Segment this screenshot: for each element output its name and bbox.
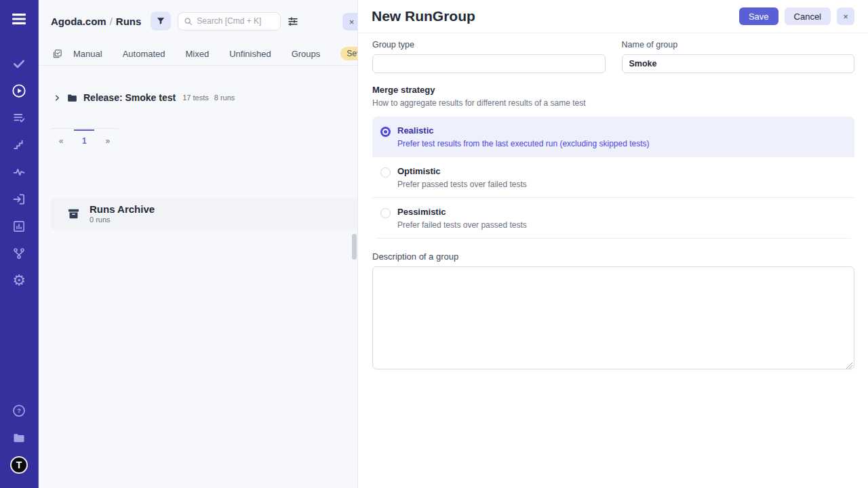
test-plans-list-check-icon[interactable] (0, 104, 39, 131)
settings-gear-icon[interactable]: ⚙ (0, 267, 39, 294)
runs-filter-tabs: Manual Automated Mixed Unfinished Groups… (39, 42, 357, 66)
merge-strategy-hint: How to aggregate results for different r… (372, 98, 854, 108)
radio-pessimistic[interactable] (380, 208, 391, 218)
option-pessimistic[interactable]: Pessimistic Prefer failed tests over pas… (372, 198, 854, 239)
svg-text:?: ? (17, 407, 21, 414)
close-button[interactable]: × (837, 7, 854, 25)
merge-strategy-options: Realistic Prefer test results from the l… (372, 117, 854, 239)
radio-realistic[interactable] (380, 127, 391, 137)
option-pessimistic-description: Prefer failed tests over passed tests (397, 220, 527, 230)
analytics-bar-chart-icon[interactable] (0, 213, 39, 240)
option-realistic-title: Realistic (397, 125, 650, 136)
merge-strategy-label: Merge strategy (372, 85, 854, 95)
sliders-icon (288, 16, 298, 26)
radio-optimistic[interactable] (380, 167, 391, 178)
option-optimistic-description: Prefer passed tests over failed tests (397, 180, 527, 189)
app-root: ⚙ ? T Agoda.com/Runs (0, 0, 868, 488)
tab-automated[interactable]: Automated (123, 49, 165, 59)
view-settings-button[interactable] (288, 16, 298, 26)
runs-list-panel: Agoda.com/Runs × Manual Automated Mixed … (39, 0, 357, 488)
group-name-input[interactable] (622, 54, 855, 73)
tab-manual[interactable]: Manual (73, 49, 102, 59)
filter-button[interactable] (151, 12, 171, 30)
bulk-select-icon[interactable] (52, 49, 62, 59)
description-label: Description of a group (372, 251, 854, 262)
avatar-initial: T (10, 456, 28, 474)
left-panel-header: Agoda.com/Runs × (39, 0, 357, 42)
user-avatar[interactable]: T (0, 451, 39, 479)
folder-icon (66, 92, 78, 104)
runs-play-circle-icon[interactable] (0, 77, 39, 104)
archive-title: Runs Archive (90, 204, 155, 216)
panel-title: New RunGroup (372, 8, 475, 24)
breadcrumb-section: Runs (116, 16, 142, 27)
run-group-runs-count: 8 runs (214, 94, 235, 102)
breadcrumb-project[interactable]: Agoda.com (51, 16, 106, 27)
archive-box-icon (67, 207, 80, 220)
pagination-next[interactable]: » (98, 131, 118, 146)
archive-runs-count: 0 runs (90, 216, 155, 224)
tab-unfinished[interactable]: Unfinished (229, 49, 271, 59)
funnel-icon (156, 16, 165, 26)
option-pessimistic-title: Pessimistic (397, 207, 527, 217)
tab-groups[interactable]: Groups (292, 49, 321, 59)
scrollbar-thumb[interactable] (352, 234, 357, 260)
tab-mixed[interactable]: Mixed (186, 49, 210, 59)
group-name-label: Name of group (622, 40, 855, 49)
hamburger-menu-icon[interactable] (0, 0, 39, 38)
breadcrumb-separator: / (106, 16, 116, 27)
tests-checkmark-icon[interactable] (0, 50, 39, 77)
group-type-label: Group type (372, 40, 606, 49)
panel-header: New RunGroup Save Cancel × (358, 0, 868, 33)
panel-body: Group type Name of group Merge strategy … (358, 33, 868, 372)
search-box[interactable] (178, 12, 281, 30)
search-icon (184, 17, 193, 26)
milestones-stairs-icon[interactable] (0, 131, 39, 159)
pagination-page-1[interactable]: 1 (74, 129, 94, 146)
search-input[interactable] (197, 16, 271, 26)
sidebar: ⚙ ? T (0, 0, 39, 488)
group-type-input[interactable] (372, 54, 606, 73)
pagination-prev[interactable]: « (51, 131, 71, 146)
gear-glyph: ⚙ (12, 273, 26, 288)
branch-icon[interactable] (0, 240, 39, 267)
import-icon[interactable] (0, 186, 39, 213)
projects-folder-icon[interactable] (0, 424, 39, 451)
pulse-activity-icon[interactable] (0, 159, 39, 186)
run-group-title[interactable]: Release: Smoke test (83, 92, 176, 103)
save-button[interactable]: Save (739, 7, 778, 25)
option-realistic-description: Prefer test results from the last execut… (397, 139, 650, 148)
description-textarea[interactable] (372, 266, 854, 369)
run-group-row[interactable]: Release: Smoke test 17 tests 8 runs (39, 86, 357, 109)
cancel-button[interactable]: Cancel (785, 7, 831, 25)
pagination: « 1 » (51, 128, 118, 146)
option-optimistic[interactable]: Optimistic Prefer passed tests over fail… (372, 157, 854, 198)
help-icon[interactable]: ? (0, 397, 39, 424)
runs-archive-row[interactable]: Runs Archive 0 runs (51, 198, 357, 230)
option-realistic[interactable]: Realistic Prefer test results from the l… (372, 117, 854, 157)
chevron-right-icon[interactable] (54, 94, 61, 102)
run-group-tests-count: 17 tests (182, 94, 209, 102)
option-optimistic-title: Optimistic (397, 166, 527, 176)
breadcrumb: Agoda.com/Runs (51, 16, 141, 27)
new-rungroup-panel: New RunGroup Save Cancel × Group type Na… (357, 0, 868, 488)
